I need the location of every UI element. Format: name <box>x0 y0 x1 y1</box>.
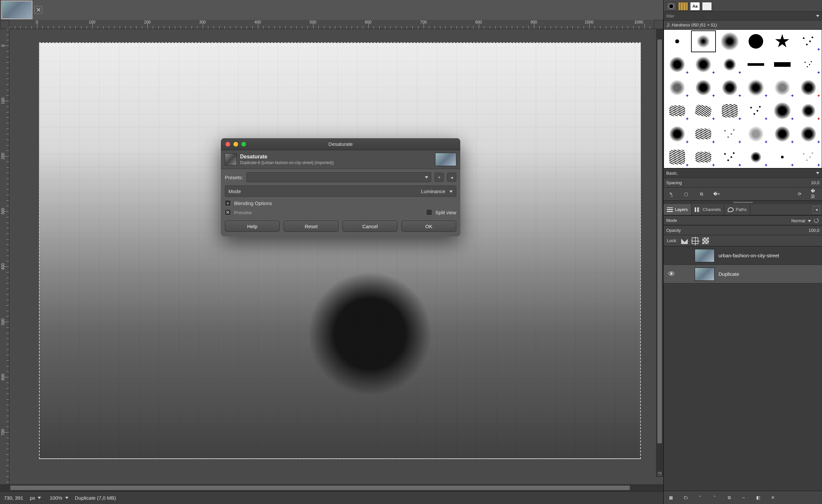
delete-brush-icon[interactable]: �× <box>713 190 721 198</box>
brush-preset-dropdown[interactable]: Basic, <box>664 168 822 177</box>
mode-dropdown[interactable]: Mode Luminance <box>225 185 456 197</box>
brush-item[interactable]: + <box>664 99 691 122</box>
brush-item[interactable]: + <box>743 145 769 169</box>
tab-channels[interactable]: Channels <box>691 204 725 215</box>
reset-button[interactable]: Reset <box>284 220 339 232</box>
brush-item[interactable] <box>743 53 769 76</box>
ok-button[interactable]: OK <box>401 220 456 232</box>
brush-item[interactable]: + <box>796 99 822 122</box>
brush-grid[interactable]: + + + + + + + + + + + + + + + + + + + + … <box>664 29 822 168</box>
patterns-tab-icon[interactable] <box>678 2 688 11</box>
brush-item[interactable]: + <box>769 145 796 169</box>
brush-item[interactable]: + <box>796 53 822 76</box>
fonts-tab-icon[interactable]: Aa <box>690 2 700 11</box>
new-layer-group-icon[interactable]: 🗀 <box>682 494 690 502</box>
brush-item[interactable]: + <box>664 53 691 76</box>
delete-layer-icon[interactable]: ✕ <box>769 494 777 502</box>
panel-menu-icon[interactable]: ◂ <box>813 206 820 213</box>
panel-drag-handle[interactable] <box>664 201 822 204</box>
canvas-viewport[interactable]: Desaturate Desaturate Duplicate-6 ([urba… <box>9 29 663 484</box>
brush-item[interactable]: + <box>717 76 743 99</box>
horizontal-ruler[interactable]: 010020030040050060070080090010001090 <box>9 20 654 29</box>
lock-position-icon[interactable] <box>692 237 698 244</box>
ruler-origin-toggle[interactable] <box>0 20 9 29</box>
brush-item[interactable]: + <box>769 99 796 122</box>
zoom-dropdown[interactable]: 100% <box>48 494 70 501</box>
new-layer-icon[interactable]: ▦ <box>667 494 675 502</box>
document-history-tab-icon[interactable] <box>702 2 712 11</box>
new-brush-icon[interactable]: ▢ <box>682 190 690 198</box>
preset-menu-button[interactable]: ◂ <box>447 173 456 182</box>
tab-paths[interactable]: Paths <box>725 204 750 215</box>
merge-down-icon[interactable]: ⎓ <box>740 494 748 502</box>
brush-item[interactable]: + <box>743 76 769 99</box>
lower-layer-icon[interactable]: ˅ <box>711 494 719 502</box>
layer-name[interactable]: urban-fashion-on-city-street <box>719 253 779 258</box>
brush-item[interactable]: + <box>769 122 796 145</box>
mode-switch-icon[interactable]: ⭯ <box>813 217 819 223</box>
brush-item[interactable]: + <box>717 53 743 76</box>
brush-item[interactable] <box>769 30 796 53</box>
brush-item[interactable]: + <box>664 76 691 99</box>
preview-checkbox[interactable] <box>225 209 231 215</box>
brush-item[interactable] <box>664 30 691 53</box>
duplicate-brush-icon[interactable]: ⧉ <box>697 190 705 198</box>
lock-alpha-icon[interactable] <box>702 237 709 244</box>
brush-item[interactable]: + <box>769 76 796 99</box>
presets-dropdown[interactable] <box>246 172 431 182</box>
scrollbar-thumb[interactable] <box>10 485 630 490</box>
duplicate-layer-icon[interactable]: ⧉ <box>725 494 733 502</box>
unit-dropdown[interactable]: px <box>28 494 43 501</box>
brush-item[interactable]: + <box>796 30 822 53</box>
brush-filter-input[interactable]: filter <box>666 14 675 19</box>
help-button[interactable]: Help <box>225 220 280 232</box>
brush-item[interactable]: + <box>664 122 691 145</box>
brush-item[interactable]: + <box>691 76 717 99</box>
vertical-scrollbar[interactable] <box>656 29 663 477</box>
scrollbar-thumb[interactable] <box>657 39 662 444</box>
brush-item[interactable]: + <box>691 99 717 122</box>
vertical-ruler[interactable]: 0100200300400500600700 <box>0 29 9 484</box>
expand-blending-toggle[interactable] <box>225 200 231 206</box>
layer-mode-dropdown[interactable]: Mode Normal ⭯ <box>664 215 822 225</box>
brush-item[interactable]: + <box>796 76 822 99</box>
brush-item[interactable]: + <box>691 122 717 145</box>
close-tab-icon[interactable]: ✕ <box>34 6 42 14</box>
brush-item[interactable]: + <box>691 145 717 169</box>
dialog-titlebar[interactable]: Desaturate <box>221 138 460 150</box>
brush-item[interactable]: + <box>717 145 743 169</box>
image-tab[interactable] <box>2 1 32 19</box>
brush-item[interactable]: + <box>664 145 691 169</box>
canvas-image[interactable] <box>39 42 641 459</box>
brush-item[interactable]: + <box>796 122 822 145</box>
edit-brush-icon[interactable]: ✎̲ <box>667 190 675 198</box>
brush-item[interactable] <box>691 30 717 53</box>
visibility-toggle-icon[interactable]: 👁 <box>666 270 677 279</box>
brush-item[interactable]: + <box>743 122 769 145</box>
layer-row[interactable]: urban-fashion-on-city-street <box>664 246 822 265</box>
brush-item[interactable] <box>717 30 743 53</box>
tab-layers[interactable]: Layers <box>664 204 691 215</box>
chevron-down-icon[interactable] <box>816 15 819 17</box>
opacity-slider[interactable]: Opacity 100,0 <box>664 225 822 235</box>
refresh-brushes-icon[interactable]: ⟳ <box>796 190 803 198</box>
split-view-checkbox[interactable] <box>426 209 432 215</box>
brush-item[interactable]: + <box>743 99 769 122</box>
cancel-button[interactable]: Cancel <box>343 220 397 232</box>
add-mask-icon[interactable]: ◧ <box>754 494 762 502</box>
layer-name[interactable]: Duplicate <box>719 271 739 277</box>
add-preset-button[interactable]: ＋ <box>434 173 444 182</box>
open-as-image-icon[interactable]: �染 <box>811 190 819 198</box>
brush-item[interactable] <box>769 53 796 76</box>
brush-item[interactable]: + <box>796 145 822 169</box>
layer-thumbnail[interactable] <box>695 249 715 262</box>
layer-thumbnail[interactable] <box>695 268 715 281</box>
lock-pixels-icon[interactable] <box>681 237 688 244</box>
canvas-navigator-icon[interactable]: ◳ <box>656 470 663 477</box>
spacing-slider[interactable]: Spacing 10,0 <box>664 177 822 187</box>
brush-item[interactable]: + <box>717 99 743 122</box>
layer-row[interactable]: 👁Duplicate <box>664 265 822 284</box>
brush-item[interactable] <box>743 30 769 53</box>
raise-layer-icon[interactable]: ˄ <box>696 494 704 502</box>
horizontal-scrollbar[interactable] <box>0 484 663 491</box>
